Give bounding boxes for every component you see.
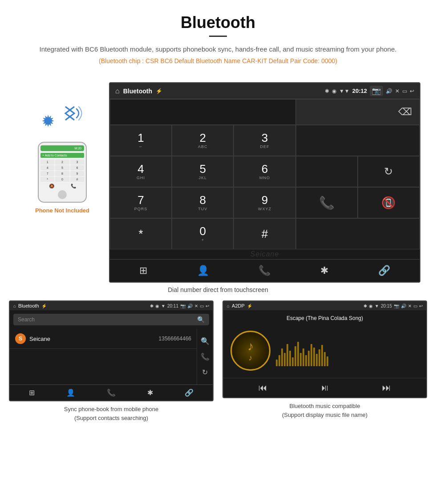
main-stereo-screen: ⌂ Bluetooth ⚡ ✱ ◉ ▼▼ 20:12 📷 🔊 ✕ ▭ ↩ bbox=[109, 82, 420, 283]
contact-name: Seicane bbox=[29, 336, 155, 342]
search-icon: 🔍 bbox=[197, 316, 205, 323]
dial-key-9[interactable]: 9 WXYZ bbox=[234, 187, 295, 218]
nav-contacts-icon[interactable]: 👤 bbox=[197, 265, 209, 276]
music-gps-icon: ◉ bbox=[369, 304, 373, 308]
home-icon[interactable]: ⌂ bbox=[115, 87, 120, 95]
pb-phone-icon[interactable]: 📞 bbox=[107, 388, 116, 397]
dial-key-8[interactable]: 8 TUV bbox=[172, 187, 234, 218]
mini-usb-icon: ⚡ bbox=[41, 304, 47, 308]
dial-key-1[interactable]: 1 ∽ bbox=[110, 125, 172, 156]
page-header: Bluetooth Integrated with BC6 Bluetooth … bbox=[0, 0, 436, 78]
page-title: Bluetooth bbox=[9, 13, 427, 32]
music-time: 20:15 bbox=[381, 304, 392, 308]
bar-4 bbox=[284, 353, 286, 366]
refresh-button[interactable]: ↻ bbox=[358, 156, 420, 187]
close-icon[interactable]: ✕ bbox=[395, 88, 400, 94]
title-divider bbox=[209, 36, 227, 37]
dial-key-0[interactable]: 0 + bbox=[172, 218, 234, 249]
nav-link-icon[interactable]: 🔗 bbox=[378, 265, 390, 276]
phone-topbar: M:20 bbox=[40, 145, 84, 151]
bar-17 bbox=[319, 349, 320, 366]
nav-phone-icon[interactable]: 📞 bbox=[258, 265, 270, 276]
call-button[interactable]: 📞 bbox=[296, 187, 358, 218]
pb-grid-icon[interactable]: ⊞ bbox=[29, 388, 35, 397]
bar-8 bbox=[295, 346, 296, 366]
dial-key-7[interactable]: 7 PQRS bbox=[110, 187, 172, 218]
status-time: 20:12 bbox=[352, 88, 367, 94]
mini-vol-icon: 🔊 bbox=[187, 304, 193, 308]
dial-key-2[interactable]: 2 ABC bbox=[172, 125, 234, 156]
dial-key-hash[interactable]: # bbox=[234, 218, 295, 249]
contact-row[interactable]: S Seicane 13566664466 bbox=[10, 329, 197, 349]
dial-key-star[interactable]: * bbox=[110, 218, 172, 249]
usb-icon: ⚡ bbox=[156, 88, 162, 94]
bar-1 bbox=[276, 360, 278, 366]
bar-6 bbox=[289, 351, 291, 366]
phone-left-area: ✹ M:20 + Add to Contacts 1 2 bbox=[16, 82, 109, 214]
signal-icon: ▼▼ bbox=[339, 88, 350, 94]
music-signal-icon: ▼ bbox=[375, 304, 379, 308]
phone-mockup: M:20 + Add to Contacts 1 2 3 4 5 6 7 8 9… bbox=[38, 142, 87, 203]
bar-12 bbox=[305, 355, 307, 366]
bluetooth-icon: ✹ bbox=[41, 112, 55, 130]
play-pause-button[interactable]: ⏯ bbox=[320, 383, 329, 393]
next-button[interactable]: ⏭ bbox=[382, 383, 391, 393]
back-icon[interactable]: ↩ bbox=[410, 88, 414, 94]
bar-10 bbox=[300, 353, 302, 366]
dial-key-6[interactable]: 6 MNO bbox=[234, 156, 295, 187]
music-home-icon[interactable]: ⌂ bbox=[227, 304, 230, 308]
phone-bottom-icons: 🔕 📞 bbox=[40, 184, 84, 188]
pb-contacts-icon[interactable]: 👤 bbox=[66, 388, 75, 397]
pb-refresh-side-icon[interactable]: ↻ bbox=[202, 368, 208, 376]
mini-gps-icon: ◉ bbox=[155, 304, 159, 308]
hangup-button[interactable]: 📵 bbox=[358, 187, 420, 218]
seicane-watermark: Seicane bbox=[110, 249, 420, 259]
bar-20 bbox=[327, 356, 328, 366]
music-item: ⌂ A2DP ⚡ ✱ ◉ ▼ 20:15 📷 🔊 ✕ ▭ ↩ bbox=[222, 300, 427, 422]
music-vol-icon: 🔊 bbox=[401, 304, 406, 308]
contact-list-empty bbox=[10, 349, 197, 384]
bar-5 bbox=[287, 344, 288, 366]
dial-key-3[interactable]: 3 DEF bbox=[234, 125, 295, 156]
refresh-icon: ↻ bbox=[384, 165, 393, 178]
bar-16 bbox=[316, 354, 318, 366]
dial-key-4[interactable]: 4 GHI bbox=[110, 156, 172, 187]
music-x-icon: ✕ bbox=[408, 304, 412, 308]
bluetooth-symbol-icon bbox=[57, 100, 83, 127]
phonebook-statusbar: ⌂ Bluetooth ⚡ ✱ ◉ ▼ 20:11 📷 🔊 ✕ ▭ ↩ bbox=[10, 301, 213, 310]
nav-grid-icon[interactable]: ⊞ bbox=[139, 265, 147, 276]
music-screen-title: A2DP bbox=[232, 303, 245, 308]
bar-3 bbox=[281, 348, 283, 366]
backspace-button[interactable]: ⌫ bbox=[296, 99, 420, 125]
camera-icon: 📷 bbox=[372, 87, 381, 95]
bar-13 bbox=[308, 351, 310, 366]
mini-signal-icon: ▼ bbox=[161, 304, 166, 308]
mini-win-icon: ▭ bbox=[200, 304, 204, 308]
phonebook-search-box[interactable]: Search 🔍 bbox=[13, 314, 209, 325]
mini-time: 20:11 bbox=[167, 304, 178, 308]
nav-bluetooth-icon[interactable]: ✱ bbox=[320, 265, 328, 276]
phonebook-bottom-nav: ⊞ 👤 📞 ✱ 🔗 bbox=[10, 384, 213, 400]
pb-phone-side-icon[interactable]: 📞 bbox=[201, 352, 210, 361]
volume-icon[interactable]: 🔊 bbox=[386, 88, 392, 94]
gps-icon: ◉ bbox=[332, 88, 336, 94]
hangup-icon: 📵 bbox=[381, 196, 396, 210]
prev-button[interactable]: ⏮ bbox=[258, 383, 267, 393]
mini-x-icon: ✕ bbox=[194, 304, 198, 308]
pb-bt-icon[interactable]: ✱ bbox=[147, 388, 153, 397]
bar-15 bbox=[313, 348, 315, 366]
camera-icon-box[interactable]: 📷 bbox=[370, 86, 383, 96]
bar-18 bbox=[321, 345, 323, 366]
window-icon[interactable]: ▭ bbox=[402, 88, 407, 94]
stereo-bottom-nav: ⊞ 👤 📞 ✱ 🔗 bbox=[110, 259, 420, 282]
pb-link-icon[interactable]: 🔗 bbox=[185, 388, 194, 397]
bar-9 bbox=[297, 342, 299, 366]
mini-cam-icon: 📷 bbox=[180, 304, 186, 308]
page-description: Integrated with BC6 Bluetooth module, su… bbox=[9, 44, 427, 55]
dial-key-5[interactable]: 5 JKL bbox=[172, 156, 234, 187]
song-title: Escape (The Pina Colada Song) bbox=[287, 315, 363, 321]
pb-search-side-icon[interactable]: 🔍 bbox=[201, 337, 210, 345]
mini-home-icon[interactable]: ⌂ bbox=[13, 304, 16, 308]
bar-11 bbox=[303, 348, 304, 366]
song-title-area: Escape (The Pina Colada Song) bbox=[223, 310, 426, 324]
